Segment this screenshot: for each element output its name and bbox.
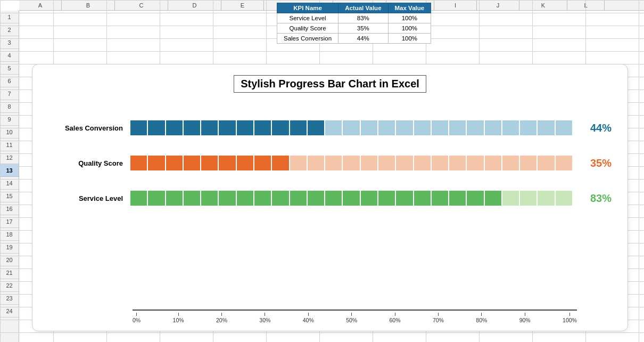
segment-1-24: [556, 156, 572, 170]
segment-2-7: [254, 191, 271, 206]
segment-1-2: [166, 156, 183, 170]
row-num-8: 8: [0, 100, 19, 113]
segment-2-19: [467, 191, 483, 206]
col-header-E: E: [221, 0, 264, 10]
segment-2-2: [166, 191, 183, 206]
axis-tick-9: 90%: [519, 313, 531, 323]
axis-tick-5: 50%: [346, 313, 357, 323]
row-num-10: 10: [0, 126, 19, 139]
axis-tick-7: 70%: [433, 313, 444, 323]
segment-0-24: [556, 120, 572, 135]
segment-1-12: [343, 156, 359, 170]
axis-tick-label-2: 20%: [216, 317, 227, 323]
segment-1-19: [467, 156, 483, 170]
kpi-actual-0: 83%: [338, 13, 388, 23]
segment-2-8: [272, 191, 288, 206]
segment-1-11: [325, 156, 342, 170]
segment-0-9: [290, 120, 307, 135]
row-num-15: 15: [0, 190, 19, 202]
segment-2-0: [130, 191, 147, 206]
segment-1-15: [396, 156, 412, 170]
row-num-13: 13: [0, 164, 19, 177]
segment-0-12: [343, 120, 359, 135]
axis-tick-8: 80%: [476, 313, 487, 323]
segment-2-13: [361, 191, 377, 206]
segment-2-3: [184, 191, 200, 206]
row-num-24: 24: [0, 305, 19, 317]
bar-segments-2: [130, 191, 572, 206]
segment-0-8: [272, 120, 288, 135]
row-num-17: 17: [0, 215, 19, 228]
col-header-K: K: [519, 0, 567, 10]
axis-line: [133, 310, 577, 311]
segment-0-19: [467, 120, 483, 135]
segment-0-6: [237, 120, 253, 135]
segment-0-2: [166, 120, 183, 135]
segment-2-18: [449, 191, 466, 206]
bar-row-1: Quality Score35%: [54, 156, 612, 170]
segment-2-4: [201, 191, 218, 206]
segment-1-13: [361, 156, 377, 170]
segment-0-18: [449, 120, 466, 135]
segment-0-23: [538, 120, 554, 135]
axis-tick-4: 40%: [303, 313, 314, 323]
segment-1-21: [502, 156, 519, 170]
segment-0-21: [502, 120, 519, 135]
axis-tick-3: 30%: [259, 313, 270, 323]
axis-tick-10: 100%: [563, 313, 577, 323]
segment-0-17: [432, 120, 448, 135]
segment-2-5: [219, 191, 235, 206]
row-num-6: 6: [0, 75, 19, 87]
row-num-16: 16: [0, 202, 19, 215]
segment-2-23: [538, 191, 554, 206]
bar-value-1: 35%: [580, 157, 612, 169]
segment-0-15: [396, 120, 412, 135]
col-header-J: J: [477, 0, 519, 10]
axis-tick-2: 20%: [216, 313, 227, 323]
segment-2-12: [343, 191, 359, 206]
segment-1-5: [219, 156, 235, 170]
segment-2-14: [378, 191, 395, 206]
segment-1-17: [432, 156, 448, 170]
axis-tick-label-9: 90%: [519, 317, 531, 323]
axis-tick-label-3: 30%: [259, 317, 270, 323]
kpi-name-1: Quality Score: [277, 23, 338, 34]
row-num-3: 3: [0, 36, 19, 49]
bar-value-0: 44%: [580, 122, 612, 134]
bar-label-0: Sales Conversion: [54, 124, 123, 132]
segment-2-10: [308, 191, 324, 206]
bar-label-2: Service Level: [54, 194, 123, 202]
axis-container: 0%10%20%30%40%50%60%70%80%90%100%: [133, 310, 577, 323]
segment-2-15: [396, 191, 412, 206]
segment-1-7: [254, 156, 271, 170]
segment-0-10: [308, 120, 324, 135]
col-header-L: L: [567, 0, 605, 10]
segment-2-22: [520, 191, 536, 206]
row-num-9: 9: [0, 113, 19, 126]
kpi-row-0: Service Level 83% 100%: [277, 13, 431, 23]
segment-0-3: [184, 120, 200, 135]
axis-tick-6: 60%: [390, 313, 401, 323]
axis-tick-0: 0%: [133, 313, 141, 323]
bar-value-2: 83%: [580, 192, 612, 205]
row-num-21: 21: [0, 266, 19, 279]
col-header-kpi: KPI Name: [277, 3, 338, 13]
chart-title-wrapper: Stylish Progress Bar Chart in Excel: [48, 75, 612, 105]
row-num-12: 12: [0, 151, 19, 164]
segment-2-16: [414, 191, 431, 206]
chart-title: Stylish Progress Bar Chart in Excel: [234, 75, 426, 93]
segment-1-14: [378, 156, 395, 170]
segment-1-23: [538, 156, 554, 170]
col-header-actual: Actual Value: [338, 3, 388, 13]
row-num-20: 20: [0, 254, 19, 266]
segment-0-20: [485, 120, 501, 135]
row-num-23: 23: [0, 292, 19, 305]
col-header-max: Max Value: [388, 3, 431, 13]
segment-1-18: [449, 156, 466, 170]
segment-0-13: [361, 120, 377, 135]
axis-tick-label-10: 100%: [563, 317, 577, 323]
col-header-D: D: [168, 0, 221, 10]
row-num-22: 22: [0, 279, 19, 292]
segment-1-1: [148, 156, 164, 170]
segment-2-11: [325, 191, 342, 206]
